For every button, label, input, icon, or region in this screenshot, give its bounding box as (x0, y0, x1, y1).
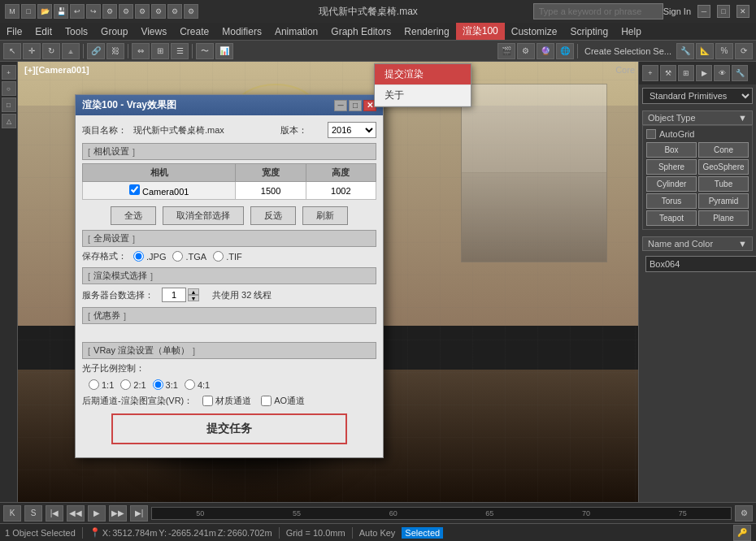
menu-scripting[interactable]: Scripting (563, 23, 615, 40)
format-jpg-radio[interactable]: .JPG (133, 251, 166, 262)
menu-graph-editors[interactable]: Graph Editors (324, 23, 398, 40)
tb-link[interactable]: 🔗 (87, 43, 105, 59)
rp-btn-create[interactable]: + (642, 65, 658, 81)
tb-new[interactable]: □ (21, 4, 36, 19)
obj-box[interactable]: Box (646, 142, 697, 158)
tb-rendersetup[interactable]: ⚙ (517, 43, 535, 59)
tb-align[interactable]: ⊞ (151, 43, 169, 59)
sign-in-label[interactable]: Sign In (663, 6, 691, 16)
server-count-input[interactable] (162, 288, 186, 302)
tb-unlink[interactable]: ⛓ (106, 43, 124, 59)
version-select[interactable]: 2016 2017 2018 (328, 122, 376, 138)
restore-button[interactable]: □ (717, 5, 730, 18)
obj-cylinder[interactable]: Cylinder (646, 176, 697, 192)
key-filters-btn[interactable]: 🔑 (733, 525, 751, 541)
menu-rendering[interactable]: Rendering (398, 23, 455, 40)
ratio-2-1-radio[interactable]: 2:1 (120, 379, 146, 390)
tb-extra2[interactable]: ⚙ (119, 4, 133, 19)
tb-save[interactable]: 💾 (54, 4, 68, 19)
obj-torus[interactable]: Torus (646, 193, 697, 209)
obj-pyramid[interactable]: Pyramid (698, 193, 749, 209)
tb-rotate[interactable]: ↻ (42, 43, 60, 59)
dialog-minimize-button[interactable]: ─ (334, 100, 347, 111)
anim-prev[interactable]: |◀ (46, 505, 63, 522)
invert-button[interactable]: 反选 (250, 206, 296, 225)
tb-extra6[interactable]: ⚙ (184, 4, 198, 19)
tb-mirror[interactable]: ⇔ (132, 43, 150, 59)
tb-open[interactable]: 📂 (37, 4, 52, 19)
tb-layer[interactable]: ☰ (171, 43, 189, 59)
rp-btn-utilities[interactable]: 🔧 (732, 65, 748, 81)
dialog-maximize-button[interactable]: □ (349, 100, 362, 111)
rp-btn-hierarchy[interactable]: ⊞ (678, 65, 694, 81)
spinner-up[interactable]: ▲ (188, 288, 199, 295)
left-btn-2[interactable]: ○ (2, 81, 16, 96)
tb-curve[interactable]: 〜 (196, 43, 214, 59)
timeline-track[interactable]: 50 55 60 65 70 75 (151, 507, 732, 520)
obj-plane[interactable]: Plane (698, 210, 749, 226)
camera-check-cell[interactable]: Camera001 (83, 182, 236, 200)
left-btn-1[interactable]: + (2, 65, 16, 80)
anim-options[interactable]: ⚙ (735, 505, 753, 522)
tb-graph[interactable]: 📊 (215, 43, 233, 59)
tb-angle[interactable]: 📐 (696, 43, 714, 59)
anim-set-key[interactable]: S (24, 505, 42, 522)
menu-views[interactable]: Views (134, 23, 173, 40)
obj-teapot[interactable]: Teapot (646, 210, 697, 226)
select-all-button[interactable]: 全选 (111, 206, 156, 225)
anim-next[interactable]: ▶| (130, 505, 148, 522)
tb-scale[interactable]: ⟁ (62, 43, 80, 59)
anim-back[interactable]: ◀◀ (67, 505, 85, 522)
rp-btn-display[interactable]: 👁 (714, 65, 730, 81)
tb-redo[interactable]: ↪ (86, 4, 101, 19)
refresh-button[interactable]: 刷新 (302, 206, 348, 225)
tb-extra1[interactable]: ⚙ (102, 4, 117, 19)
object-type-header[interactable]: Object Type ▼ (642, 110, 753, 125)
rp-btn-modify[interactable]: ⚒ (660, 65, 676, 81)
menu-tools[interactable]: Tools (59, 23, 94, 40)
ratio-1-1-radio[interactable]: 1:1 (89, 379, 114, 390)
ao-channel-check[interactable]: AO通道 (261, 395, 305, 407)
object-name-input[interactable] (645, 256, 756, 272)
left-btn-4[interactable]: △ (2, 114, 16, 128)
format-tif-radio[interactable]: .TIF (213, 251, 242, 262)
search-input[interactable] (533, 3, 663, 19)
obj-cone[interactable]: Cone (698, 142, 749, 158)
ratio-3-1-radio[interactable]: 3:1 (153, 379, 178, 390)
minimize-button[interactable]: ─ (697, 5, 710, 18)
camera-checkbox[interactable] (129, 184, 140, 195)
tb-extra3[interactable]: ⚙ (135, 4, 150, 19)
menu-animation[interactable]: Animation (268, 23, 324, 40)
tb-percent[interactable]: % (715, 43, 733, 59)
submit-task-button[interactable]: 提交任务 (111, 413, 347, 444)
anim-play[interactable]: ▶ (88, 505, 106, 522)
menu-create[interactable]: Create (173, 23, 215, 40)
format-tga-radio[interactable]: .TGA (172, 251, 206, 262)
anim-fwd[interactable]: ▶▶ (109, 505, 127, 522)
tb-select[interactable]: ↖ (3, 43, 21, 59)
menu-render100[interactable]: 渲染100 (456, 23, 505, 40)
primitive-type-select[interactable]: Standard Primitives (642, 88, 753, 104)
tb-extra4[interactable]: ⚙ (151, 4, 166, 19)
tb-snaps[interactable]: 🔧 (676, 43, 694, 59)
material-channel-check[interactable]: 材质通道 (202, 395, 251, 407)
menu-group[interactable]: Group (94, 23, 134, 40)
tb-env[interactable]: 🌐 (556, 43, 574, 59)
menu-edit[interactable]: Edit (28, 23, 59, 40)
obj-tube[interactable]: Tube (698, 176, 749, 192)
spinner-down[interactable]: ▼ (188, 295, 199, 301)
tb-material[interactable]: 🔮 (537, 43, 554, 59)
rp-btn-motion[interactable]: ▶ (696, 65, 712, 81)
close-button[interactable]: ✕ (736, 5, 749, 18)
menu-modifiers[interactable]: Modifiers (215, 23, 268, 40)
tb-spinner[interactable]: ⟳ (735, 43, 753, 59)
tb-extra5[interactable]: ⚙ (167, 4, 182, 19)
menu-customize[interactable]: Customize (505, 23, 564, 40)
tb-render[interactable]: 🎬 (497, 43, 515, 59)
deselect-button[interactable]: 取消全部选择 (163, 206, 244, 225)
dialog-close-button[interactable]: ✕ (363, 100, 376, 111)
tb-undo[interactable]: ↩ (70, 4, 85, 19)
menu-file[interactable]: File (0, 23, 28, 40)
anim-key-mode[interactable]: K (3, 505, 21, 522)
name-color-header[interactable]: Name and Color ▼ (642, 236, 753, 251)
